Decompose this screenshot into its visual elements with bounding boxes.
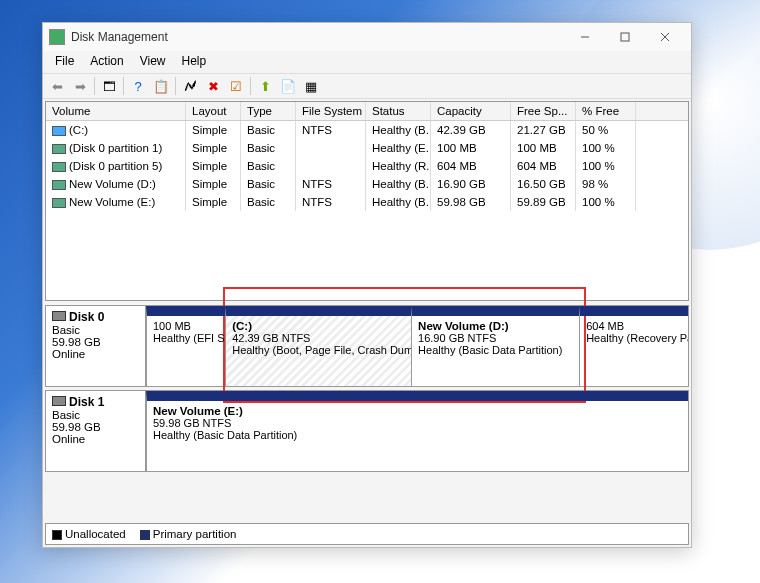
col-status[interactable]: Status: [366, 102, 431, 120]
check-button[interactable]: ☑: [225, 75, 247, 97]
table-row[interactable]: (C:)SimpleBasicNTFSHealthy (B...42.39 GB…: [46, 121, 688, 139]
col-capacity[interactable]: Capacity: [431, 102, 511, 120]
col-layout[interactable]: Layout: [186, 102, 241, 120]
menubar: File Action View Help: [43, 51, 691, 73]
partition[interactable]: (C:)42.39 GB NTFSHealthy (Boot, Page Fil…: [225, 306, 411, 386]
disk-icon: [52, 396, 66, 406]
properties-button[interactable]: 📋: [150, 75, 172, 97]
volume-icon: [52, 162, 66, 172]
grid-button[interactable]: ▦: [300, 75, 322, 97]
disk-partitions: 100 MBHealthy (EFI S(C:)42.39 GB NTFSHea…: [146, 306, 688, 386]
table-row[interactable]: (Disk 0 partition 5)SimpleBasicHealthy (…: [46, 157, 688, 175]
volume-icon: [52, 126, 66, 136]
disk-row[interactable]: Disk 1Basic59.98 GBOnlineNew Volume (E:)…: [45, 390, 689, 472]
table-row[interactable]: (Disk 0 partition 1)SimpleBasicHealthy (…: [46, 139, 688, 157]
menu-help[interactable]: Help: [174, 51, 215, 73]
menu-file[interactable]: File: [47, 51, 82, 73]
col-free[interactable]: Free Sp...: [511, 102, 576, 120]
minimize-button[interactable]: [565, 24, 605, 50]
table-row[interactable]: New Volume (D:)SimpleBasicNTFSHealthy (B…: [46, 175, 688, 193]
delete-button[interactable]: ✖: [202, 75, 224, 97]
primary-swatch-icon: [140, 530, 150, 540]
disk-label: Disk 0Basic59.98 GBOnline: [46, 306, 146, 386]
col-type[interactable]: Type: [241, 102, 296, 120]
window-title: Disk Management: [71, 30, 565, 44]
maximize-button[interactable]: [605, 24, 645, 50]
volume-icon: [52, 144, 66, 154]
titlebar[interactable]: Disk Management: [43, 23, 691, 51]
disk-label: Disk 1Basic59.98 GBOnline: [46, 391, 146, 471]
unallocated-swatch-icon: [52, 530, 62, 540]
forward-button[interactable]: ➡: [69, 75, 91, 97]
col-volume[interactable]: Volume: [46, 102, 186, 120]
disk-management-window: Disk Management File Action View Help ⬅ …: [42, 22, 692, 548]
col-pct[interactable]: % Free: [576, 102, 636, 120]
table-header: Volume Layout Type File System Status Ca…: [46, 102, 688, 121]
disk-icon: [52, 311, 66, 321]
disk-row[interactable]: Disk 0Basic59.98 GBOnline100 MBHealthy (…: [45, 305, 689, 387]
refresh-button[interactable]: 🗲: [179, 75, 201, 97]
svg-rect-1: [621, 33, 629, 41]
table-row[interactable]: New Volume (E:)SimpleBasicNTFSHealthy (B…: [46, 193, 688, 211]
legend-unallocated: Unallocated: [65, 528, 126, 540]
volume-icon: [52, 198, 66, 208]
menu-view[interactable]: View: [132, 51, 174, 73]
partition[interactable]: New Volume (E:)59.98 GB NTFSHealthy (Bas…: [146, 391, 688, 471]
show-hide-tree-button[interactable]: 🗔: [98, 75, 120, 97]
up-button[interactable]: ⬆: [254, 75, 276, 97]
app-icon: [49, 29, 65, 45]
volume-icon: [52, 180, 66, 190]
close-button[interactable]: [645, 24, 685, 50]
col-fs[interactable]: File System: [296, 102, 366, 120]
back-button[interactable]: ⬅: [46, 75, 68, 97]
partition[interactable]: New Volume (D:)16.90 GB NTFSHealthy (Bas…: [411, 306, 579, 386]
partition[interactable]: 604 MBHealthy (Recovery Pa: [579, 306, 688, 386]
list-button[interactable]: 📄: [277, 75, 299, 97]
menu-action[interactable]: Action: [82, 51, 131, 73]
legend: Unallocated Primary partition: [45, 523, 689, 545]
disk-partitions: New Volume (E:)59.98 GB NTFSHealthy (Bas…: [146, 391, 688, 471]
graphical-view: Disk 0Basic59.98 GBOnline100 MBHealthy (…: [45, 305, 689, 545]
volume-table[interactable]: Volume Layout Type File System Status Ca…: [45, 101, 689, 301]
partition[interactable]: 100 MBHealthy (EFI S: [146, 306, 225, 386]
legend-primary: Primary partition: [153, 528, 237, 540]
help-button[interactable]: ?: [127, 75, 149, 97]
toolbar: ⬅ ➡ 🗔 ? 📋 🗲 ✖ ☑ ⬆ 📄 ▦: [43, 73, 691, 99]
